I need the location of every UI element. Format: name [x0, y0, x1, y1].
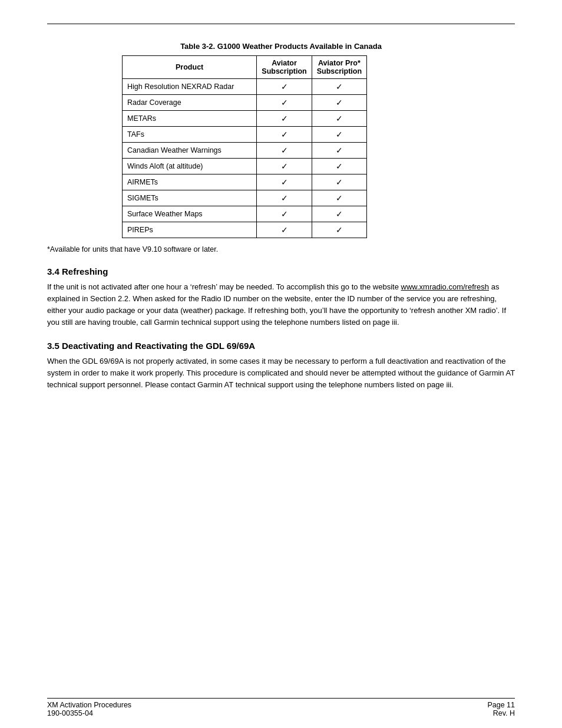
products-table: Product AviatorSubscription Aviator Pro*… — [122, 55, 440, 238]
cell-avpro-check: ✓ — [312, 143, 366, 159]
table-row: SIGMETs✓✓ — [123, 190, 367, 206]
cell-aviator-check: ✓ — [257, 206, 312, 222]
footer-right: Page 11 Rev. H — [487, 701, 515, 717]
cell-aviator-check: ✓ — [257, 222, 312, 238]
cell-avpro-check: ✓ — [312, 190, 366, 206]
cell-avpro-check: ✓ — [312, 111, 366, 127]
cell-product: High Resolution NEXRAD Radar — [123, 79, 257, 95]
table-row: High Resolution NEXRAD Radar✓✓ — [123, 79, 367, 95]
top-rule — [47, 24, 515, 24]
cell-product: PIREPs — [123, 222, 257, 238]
table-row: Radar Coverage✓✓ — [123, 95, 367, 111]
page-container: Table 3-2. G1000 Weather Products Availa… — [0, 0, 562, 728]
table-row: TAFs✓✓ — [123, 127, 367, 143]
col-header-avpro: Aviator Pro*Subscription — [312, 56, 366, 79]
cell-avpro-check: ✓ — [312, 174, 366, 190]
cell-product: TAFs — [123, 127, 257, 143]
section-35-body: When the GDL 69/69A is not properly acti… — [47, 355, 515, 391]
footer-doc-number: 190-00355-04 — [47, 709, 131, 717]
cell-aviator-check: ✓ — [257, 143, 312, 159]
table-row: PIREPs✓✓ — [123, 222, 367, 238]
cell-avpro-check: ✓ — [312, 79, 366, 95]
cell-aviator-check: ✓ — [257, 111, 312, 127]
cell-avpro-check: ✓ — [312, 159, 366, 174]
table-row: METARs✓✓ — [123, 111, 367, 127]
footer-doc-name: XM Activation Procedures — [47, 701, 131, 709]
col-header-product: Product — [123, 56, 257, 79]
cell-avpro-check: ✓ — [312, 95, 366, 111]
xmradio-link[interactable]: www.xmradio.com/refresh — [401, 282, 490, 291]
cell-aviator-check: ✓ — [257, 159, 312, 174]
footer-rev: Rev. H — [493, 709, 515, 717]
table-caption: Table 3-2. G1000 Weather Products Availa… — [47, 42, 515, 51]
col-header-aviator: AviatorSubscription — [257, 56, 312, 79]
table-footnote: *Available for units that have V9.10 sof… — [47, 245, 515, 253]
footer-left: XM Activation Procedures 190-00355-04 — [47, 701, 131, 717]
cell-aviator-check: ✓ — [257, 127, 312, 143]
cell-product: SIGMETs — [123, 190, 257, 206]
cell-avpro-check: ✓ — [312, 206, 366, 222]
table-row: Surface Weather Maps✓✓ — [123, 206, 367, 222]
section-34-body: If the unit is not activated after one h… — [47, 281, 515, 329]
section-35-heading: 3.5 Deactivating and Reactivating the GD… — [47, 341, 515, 351]
bottom-rule — [47, 698, 515, 699]
cell-product: AIRMETs — [123, 174, 257, 190]
cell-product: METARs — [123, 111, 257, 127]
cell-product: Radar Coverage — [123, 95, 257, 111]
cell-product: Surface Weather Maps — [123, 206, 257, 222]
table-row: Canadian Weather Warnings✓✓ — [123, 143, 367, 159]
cell-aviator-check: ✓ — [257, 95, 312, 111]
cell-product: Winds Aloft (at altitude) — [123, 159, 257, 174]
cell-product: Canadian Weather Warnings — [123, 143, 257, 159]
cell-avpro-check: ✓ — [312, 127, 366, 143]
footer: XM Activation Procedures 190-00355-04 Pa… — [47, 701, 515, 717]
cell-avpro-check: ✓ — [312, 222, 366, 238]
table-row: Winds Aloft (at altitude)✓✓ — [123, 159, 367, 174]
section-34-heading: 3.4 Refreshing — [47, 266, 515, 276]
table-body: High Resolution NEXRAD Radar✓✓Radar Cove… — [123, 79, 367, 238]
footer-page-number: Page 11 — [487, 701, 515, 709]
cell-aviator-check: ✓ — [257, 174, 312, 190]
table-header-row: Product AviatorSubscription Aviator Pro*… — [123, 56, 367, 79]
cell-aviator-check: ✓ — [257, 79, 312, 95]
cell-aviator-check: ✓ — [257, 190, 312, 206]
table-row: AIRMETs✓✓ — [123, 174, 367, 190]
